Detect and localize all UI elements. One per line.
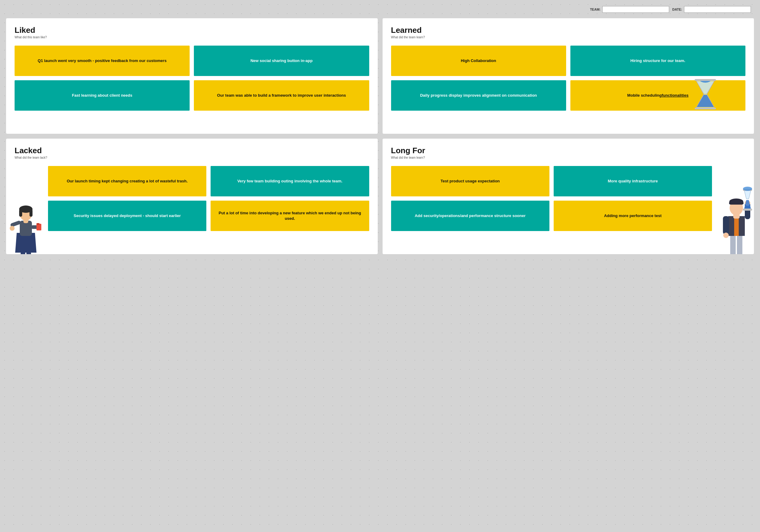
sticky-longfor-3: Add security/operations/and performance …: [391, 201, 549, 231]
sticky-lacked-2: Very few team building outing involving …: [211, 166, 369, 196]
team-field-group: TEAM:: [590, 6, 669, 13]
sticky-learned-1: High Collaboration: [391, 46, 566, 76]
date-label: DATE:: [672, 8, 682, 11]
svg-rect-33: [729, 202, 743, 205]
svg-rect-23: [730, 234, 736, 254]
liked-subtitle: What did this team like?: [15, 35, 369, 39]
learned-quadrant: Learned What did the team learn? High Co…: [383, 18, 754, 134]
svg-rect-17: [29, 209, 32, 217]
svg-point-19: [10, 226, 15, 231]
learned-subtitle: What did the team learn?: [391, 35, 746, 39]
date-field-group: DATE:: [672, 6, 751, 13]
main-grid: Liked What did this team like? Q1 launch…: [6, 18, 754, 254]
sticky-liked-3: Fast learning about client needs: [15, 80, 190, 111]
lacked-stickies: Our launch timing kept changing creating…: [48, 166, 369, 231]
sticky-lacked-3: Security issues delayed deployment - sho…: [48, 201, 206, 231]
sticky-learned-2: Hiring structure for our team.: [570, 46, 745, 76]
svg-point-35: [723, 232, 729, 238]
longfor-subtitle: What did the team learn?: [391, 156, 746, 159]
sticky-longfor-2: More quality infrastructure: [554, 166, 712, 196]
sticky-liked-2: New social sharing button in-app: [194, 46, 369, 76]
sticky-longfor-1: Test product usage expectation: [391, 166, 549, 196]
svg-marker-38: [744, 190, 751, 199]
woman-character: [9, 193, 43, 254]
svg-point-42: [743, 187, 752, 191]
svg-rect-16: [19, 209, 22, 217]
longfor-quadrant: Long For What did the team learn? Test p…: [383, 139, 754, 254]
team-label: TEAM:: [590, 8, 600, 11]
svg-marker-1: [697, 81, 714, 94]
svg-rect-4: [695, 79, 716, 81]
svg-rect-5: [695, 108, 716, 110]
longfor-title: Long For: [391, 146, 746, 155]
sticky-learned-3: Daily progress display improves alignmen…: [391, 80, 566, 111]
svg-marker-29: [739, 216, 745, 236]
sticky-lacked-4: Put a lot of time into developing a new …: [211, 201, 369, 231]
liked-stickies: Q1 launch went very smooth - positive fe…: [15, 46, 369, 111]
sticky-liked-4: Our team was able to build a framework t…: [194, 80, 369, 111]
svg-rect-34: [723, 216, 729, 234]
hourglass-decoration: [693, 79, 717, 103]
svg-rect-22: [36, 223, 39, 225]
lacked-quadrant: Lacked What did the team lack? Our launc…: [6, 139, 378, 254]
liked-quadrant: Liked What did this team like? Q1 launch…: [6, 18, 378, 134]
svg-marker-2: [697, 95, 714, 107]
date-input[interactable]: [684, 6, 751, 13]
header: TEAM: DATE:: [6, 6, 754, 13]
svg-rect-21: [36, 224, 41, 230]
lacked-title: Lacked: [15, 146, 369, 155]
longfor-stickies: Test product usage expectation More qual…: [391, 166, 712, 231]
team-input[interactable]: [602, 6, 669, 13]
sticky-learned-4: Mobile scheduling functionalities: [570, 80, 745, 111]
sticky-longfor-4: Adding more performance test: [554, 201, 712, 231]
learned-title: Learned: [391, 25, 746, 35]
lacked-subtitle: What did the team lack?: [15, 156, 369, 159]
sticky-liked-1: Q1 launch went very smooth - positive fe…: [15, 46, 190, 76]
svg-rect-24: [737, 234, 742, 254]
man-character: [717, 184, 754, 254]
liked-title: Liked: [15, 25, 369, 35]
svg-rect-41: [743, 209, 752, 211]
learned-stickies: High Collaboration Hiring structure for …: [391, 46, 746, 111]
sticky-lacked-1: Our launch timing kept changing creating…: [48, 166, 206, 196]
